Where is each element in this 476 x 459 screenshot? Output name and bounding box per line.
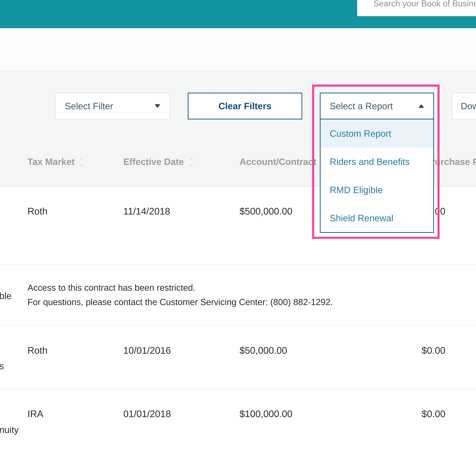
total-purchase-payments-cell: $0.00 — [422, 409, 445, 420]
menu-item-riders-and-benefits[interactable]: Riders and Benefits — [321, 148, 433, 176]
restricted-message-line2: For questions, please contact the Custom… — [27, 297, 333, 307]
restricted-message-line1: Access to this contract has been restric… — [27, 282, 196, 293]
sub-header-band — [0, 28, 476, 71]
select-report-label: Select a Report — [330, 101, 393, 111]
account-contract-value-cell: $50,000.00 — [239, 345, 287, 356]
column-header-account-contract[interactable]: Account/Contract ⌃⌄ — [239, 156, 326, 167]
effective-date-cell: 11/14/2018 — [123, 206, 170, 217]
table-row-restricted: ble Access to this contract has been res… — [0, 265, 476, 325]
clear-filters-label: Clear Filters — [219, 101, 272, 111]
download-dropdown[interactable]: Download — [452, 93, 476, 119]
select-filter-dropdown[interactable]: Select Filter — [55, 93, 170, 119]
table-row: s Roth 10/01/2016 $50,000.00 $0.00 — [0, 325, 476, 389]
column-header-effective-date[interactable]: Effective Date ⌃⌄ — [123, 156, 194, 167]
product-name-fragment: s — [0, 361, 4, 372]
column-label: Effective Date — [123, 156, 184, 167]
column-header-tax-market[interactable]: Tax Market ⌃⌄ — [27, 156, 84, 167]
effective-date-cell: 01/01/2018 — [123, 409, 171, 420]
total-purchase-payments-cell: $0.00 — [422, 345, 445, 356]
select-report-dropdown[interactable]: Select a Report — [320, 93, 434, 119]
top-header-bar — [0, 0, 476, 28]
search-box — [357, 0, 476, 16]
tax-market-cell: Roth — [27, 345, 48, 356]
clear-filters-button[interactable]: Clear Filters — [188, 93, 302, 119]
select-report-menu: Custom Report Riders and Benefits RMD El… — [320, 119, 434, 233]
book-of-business-page: Select Filter Clear Filters Select a Rep… — [0, 0, 476, 459]
effective-date-cell: 10/01/2016 — [123, 345, 171, 356]
chevron-down-icon — [155, 104, 160, 108]
account-contract-value-cell: $500,000.00 — [239, 206, 292, 217]
tax-market-cell: Roth — [27, 206, 48, 217]
sort-icon[interactable]: ⌃⌄ — [188, 158, 194, 166]
download-label: Download — [461, 101, 476, 111]
column-label: Tax Market — [27, 156, 75, 167]
menu-item-rmd-eligible[interactable]: RMD Eligible — [321, 176, 433, 204]
menu-item-custom-report[interactable]: Custom Report — [321, 119, 433, 148]
tax-market-cell: IRA — [27, 409, 43, 420]
menu-item-shield-renewal[interactable]: Shield Renewal — [321, 204, 433, 232]
account-contract-value-cell: $100,000.00 — [239, 409, 292, 420]
table-row: nuity IRA 01/01/2018 $100,000.00 $0.00 — [0, 389, 476, 459]
column-label: Account/Contract — [239, 156, 316, 167]
product-name-fragment: ble — [0, 291, 11, 302]
search-input[interactable] — [373, 0, 476, 9]
sort-icon[interactable]: ⌃⌄ — [79, 158, 84, 166]
select-filter-label: Select Filter — [65, 101, 113, 111]
chevron-up-icon — [418, 104, 424, 108]
scale-wrapper: Select Filter Clear Filters Select a Rep… — [0, 0, 476, 459]
product-name-fragment: nuity — [0, 425, 19, 435]
